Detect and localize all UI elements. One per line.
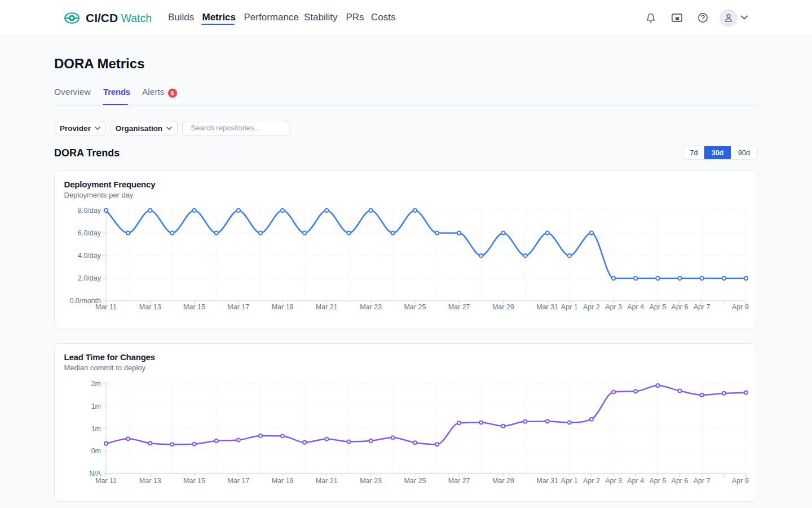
svg-text:Apr 4: Apr 4 [627,477,644,485]
svg-text:Apr 6: Apr 6 [672,477,689,485]
svg-text:Mar 31: Mar 31 [536,303,558,311]
svg-text:6.0/day: 6.0/day [78,229,102,237]
svg-text:8.0/day: 8.0/day [78,207,102,214]
svg-text:Apr 2: Apr 2 [583,303,600,311]
svg-text:Mar 21: Mar 21 [316,303,338,311]
svg-text:Mar 29: Mar 29 [492,477,514,485]
svg-text:Mar 23: Mar 23 [360,303,382,311]
svg-text:Mar 25: Mar 25 [404,303,426,311]
svg-text:Apr 2: Apr 2 [583,477,600,485]
svg-text:2.0/day: 2.0/day [78,274,102,282]
svg-text:Apr 4: Apr 4 [627,303,644,311]
svg-text:Apr 5: Apr 5 [649,477,666,485]
svg-text:Apr 1: Apr 1 [561,303,578,311]
svg-text:Apr 9: Apr 9 [732,477,749,485]
svg-text:Apr 7: Apr 7 [694,303,710,311]
svg-text:Mar 19: Mar 19 [272,477,294,485]
svg-text:Mar 31: Mar 31 [536,477,558,485]
svg-text:Mar 13: Mar 13 [139,477,161,485]
svg-text:Mar 19: Mar 19 [272,303,294,311]
svg-text:Apr 7: Apr 7 [694,477,710,485]
svg-text:0m: 0m [91,447,101,455]
svg-text:Mar 11: Mar 11 [95,303,117,311]
svg-text:4.0/day: 4.0/day [78,252,102,260]
svg-text:Apr 1: Apr 1 [561,477,578,485]
svg-text:Mar 27: Mar 27 [448,303,470,311]
svg-text:Apr 5: Apr 5 [649,303,666,311]
svg-text:Apr 9: Apr 9 [732,303,749,311]
svg-text:Apr 3: Apr 3 [605,477,622,485]
svg-text:Mar 23: Mar 23 [360,477,382,485]
svg-text:Apr 3: Apr 3 [605,303,622,311]
svg-text:Mar 21: Mar 21 [316,477,338,485]
svg-text:Mar 27: Mar 27 [448,477,470,485]
svg-text:N/A: N/A [89,470,102,478]
svg-text:Mar 17: Mar 17 [227,303,249,311]
svg-text:Mar 17: Mar 17 [227,477,249,485]
svg-text:Mar 15: Mar 15 [183,303,205,311]
svg-text:1m: 1m [91,402,101,410]
svg-text:Mar 29: Mar 29 [492,303,514,311]
svg-text:Mar 11: Mar 11 [95,477,117,485]
svg-text:1m: 1m [91,425,101,433]
svg-text:2m: 2m [91,380,101,388]
svg-text:Mar 15: Mar 15 [183,477,205,485]
svg-text:Apr 6: Apr 6 [672,303,689,311]
svg-text:Mar 25: Mar 25 [404,477,426,485]
svg-text:Mar 13: Mar 13 [139,303,161,311]
